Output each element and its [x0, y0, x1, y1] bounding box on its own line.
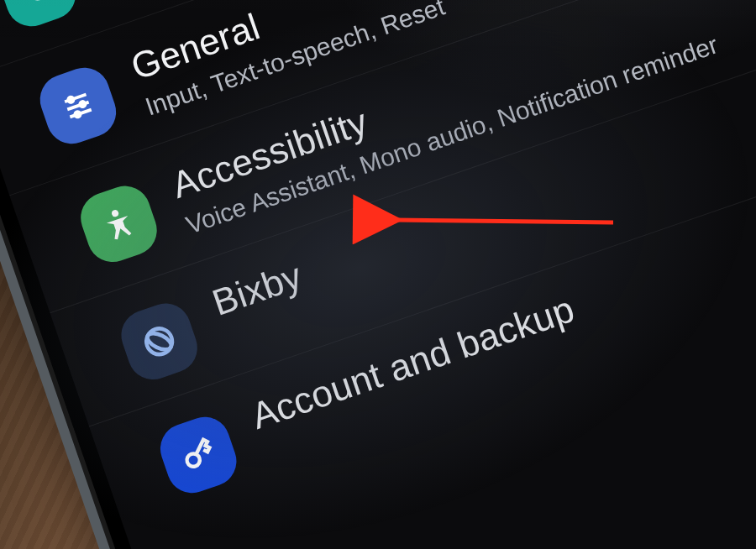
svg-point-8 — [67, 97, 74, 103]
phone-body: SOS Emergency contacts, Detect falls — [0, 0, 756, 549]
find-watch-icon — [0, 0, 82, 33]
bixby-icon — [114, 296, 204, 386]
svg-point-11 — [111, 209, 119, 217]
svg-point-9 — [79, 101, 86, 107]
svg-point-2 — [24, 0, 51, 1]
svg-point-10 — [75, 111, 81, 118]
photo-stage: SOS Emergency contacts, Detect falls — [0, 0, 756, 549]
settings-list: SOS Emergency contacts, Detect falls — [0, 0, 756, 540]
phone-screen: SOS Emergency contacts, Detect falls — [0, 0, 756, 549]
sliders-icon — [34, 61, 123, 151]
accessibility-icon — [74, 179, 164, 269]
key-icon — [154, 410, 244, 500]
svg-point-14 — [185, 452, 201, 468]
